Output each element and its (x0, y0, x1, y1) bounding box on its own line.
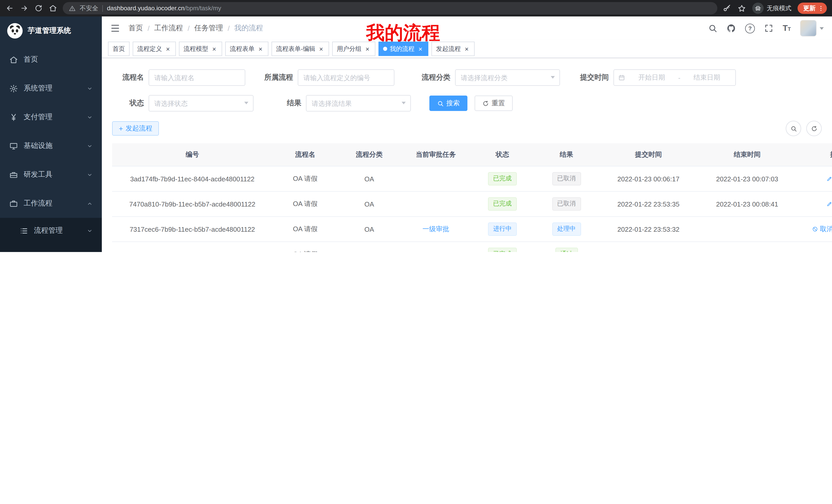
table-row: 7317cec6-7b9b-11ec-b5b7-acde48001122 OA … (112, 217, 832, 242)
security-label[interactable]: 不安全 (80, 4, 98, 12)
result-label: 结果 (254, 99, 301, 108)
result-badge: 已取消 (552, 172, 581, 186)
sidebar-item-process-management[interactable]: 流程管理 (0, 218, 102, 244)
detail-link[interactable]: 详情 (826, 174, 832, 184)
current-task-link[interactable]: 一级审批 (422, 225, 449, 233)
breadcrumb: 首页 / 工作流程 / 任务管理 / 我的流程 (129, 24, 263, 33)
detail-link[interactable]: 详情 (826, 199, 832, 208)
breadcrumb-item[interactable]: 工作流程 (154, 24, 183, 33)
cell-id: 7470a810-7b9b-11ec-b5b7-acde48001122 (112, 191, 272, 217)
close-tab-icon[interactable] (164, 46, 171, 52)
tab-home[interactable]: 首页 (108, 41, 130, 56)
tab-process-form[interactable]: 流程表单 (225, 41, 268, 56)
sidebar-item-label: 任务管理 (34, 252, 63, 252)
status-select[interactable] (149, 95, 254, 111)
sidebar-item-infrastructure[interactable]: 基础设施 (0, 132, 102, 160)
yen-icon (9, 113, 18, 121)
close-tab-icon[interactable] (211, 46, 217, 52)
toggle-search-button[interactable] (786, 121, 801, 136)
cell-status: 进行中 (471, 217, 534, 242)
breadcrumb-item[interactable]: 任务管理 (194, 24, 223, 33)
cell-actions: 取消详情 (797, 217, 832, 242)
sidebar-item-task-management[interactable]: 任务管理 (0, 244, 102, 252)
help-icon[interactable] (745, 23, 755, 33)
monitor-icon (9, 142, 18, 150)
warning-icon (69, 5, 76, 11)
breadcrumb-item[interactable]: 首页 (129, 24, 143, 33)
column-header: 状态 (471, 143, 534, 166)
red-annotation-title: 我的流程 (366, 21, 440, 46)
address-bar[interactable]: 不安全 dashboard.yudao.iocoder.cn/bpm/task/… (63, 2, 717, 15)
sidebar-item-dev-tools[interactable]: 研发工具 (0, 160, 102, 189)
process-name-label: 流程名 (112, 73, 144, 82)
tab-process-definition[interactable]: 流程定义 (133, 41, 176, 56)
sidebar-item-workflow[interactable]: 工作流程 (0, 189, 102, 218)
font-size-icon[interactable] (783, 24, 791, 32)
cell-category: OA (338, 242, 400, 252)
end-date-placeholder[interactable]: 结束日期 (682, 73, 731, 82)
sidebar-toggle-icon[interactable] (110, 23, 120, 33)
cell-end-time: 2022-01-23 00:07:03 (698, 166, 797, 191)
main-area: 首页 / 工作流程 / 任务管理 / 我的流程 我的流程 (102, 17, 832, 252)
pencil-icon (826, 201, 832, 207)
reset-button[interactable]: 重置 (475, 95, 513, 111)
start-date-placeholder[interactable]: 开始日期 (627, 73, 676, 82)
sidebar-item-system-management[interactable]: 系统管理 (0, 74, 102, 103)
search-icon[interactable] (708, 24, 717, 33)
gear-icon (9, 84, 18, 93)
chevron-down-icon (87, 228, 93, 233)
list-icon (20, 226, 28, 235)
home-button[interactable] (48, 4, 58, 13)
incognito-badge[interactable]: 无痕模式 (752, 3, 791, 14)
cell-status: 已完成 (471, 191, 534, 217)
reload-button[interactable] (34, 4, 43, 13)
tab-process-model[interactable]: 流程模型 (179, 41, 222, 56)
sidebar-item-home[interactable]: 首页 (0, 45, 102, 74)
user-menu[interactable] (800, 20, 824, 36)
forward-button[interactable] (20, 4, 29, 13)
update-button[interactable]: 更新 (798, 3, 827, 14)
browser-menu-dots-icon[interactable] (817, 5, 824, 11)
submit-time-range-picker[interactable]: 开始日期 - 结束日期 (614, 69, 736, 86)
back-button[interactable] (5, 4, 15, 13)
refresh-table-button[interactable] (806, 121, 822, 136)
process-name-input[interactable] (149, 69, 245, 86)
tab-process-form-edit[interactable]: 流程表单-编辑 (271, 41, 329, 56)
fullscreen-icon[interactable] (764, 24, 773, 33)
sidebar-item-payment-management[interactable]: 支付管理 (0, 103, 102, 132)
github-icon[interactable] (727, 24, 736, 33)
close-tab-icon[interactable] (364, 46, 371, 52)
search-icon (437, 100, 444, 107)
cell-submit-time: 2022-01-22 23:53:35 (599, 191, 698, 217)
app-logo[interactable]: 芋道管理系统 (0, 17, 102, 45)
start-process-button[interactable]: 发起流程 (112, 121, 159, 136)
avatar[interactable] (800, 20, 816, 36)
column-header: 结果 (534, 143, 599, 166)
chevron-down-icon (87, 143, 93, 149)
cell-submit-time: 2022-01-23 00:06:17 (599, 166, 698, 191)
bookmark-star-icon[interactable] (737, 4, 746, 12)
close-tab-icon[interactable] (318, 46, 324, 52)
cell-status: 已完成 (471, 166, 534, 191)
detail-link[interactable]: 详情 (826, 250, 832, 252)
update-label: 更新 (803, 4, 815, 12)
close-tab-icon[interactable] (417, 46, 424, 52)
status-badge: 进行中 (488, 222, 517, 236)
result-select[interactable] (306, 95, 411, 111)
cell-result: 通过 (534, 242, 599, 252)
category-select[interactable] (455, 69, 560, 86)
cell-submit-time: 2022-01-22 23:53:32 (599, 217, 698, 242)
address-divider (102, 5, 103, 11)
close-tab-icon[interactable] (463, 46, 470, 52)
close-tab-icon[interactable] (257, 46, 264, 52)
url-text[interactable]: dashboard.yudao.iocoder.cn/bpm/task/my (107, 5, 221, 12)
cancel-link[interactable]: 取消 (812, 225, 832, 234)
parent-process-input[interactable] (298, 69, 394, 86)
search-button[interactable]: 搜索 (430, 95, 467, 111)
search-icon (790, 125, 797, 132)
chevron-down-icon (87, 172, 93, 177)
key-icon[interactable] (723, 4, 731, 12)
cell-actions: 详情 (797, 242, 832, 252)
active-tab-dot (383, 47, 387, 51)
cell-task (400, 242, 471, 252)
